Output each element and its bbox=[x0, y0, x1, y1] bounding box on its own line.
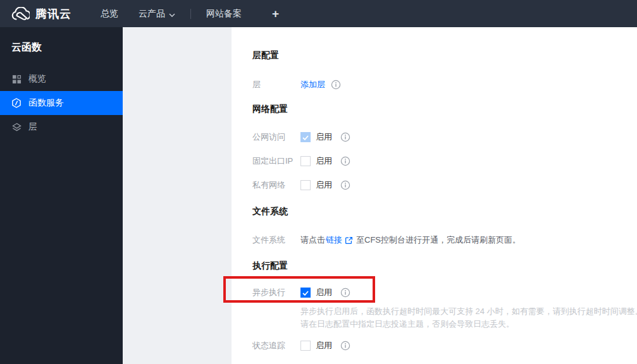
cloud-logo-icon bbox=[11, 7, 30, 21]
layer-label: 层 bbox=[252, 79, 300, 90]
desc-line-1: 异步执行启用后，函数执行超时时间最大可支持 24 小时，如有需要，请到执行超时时… bbox=[300, 305, 637, 318]
fixed-ip-label: 固定出口IP bbox=[252, 155, 300, 167]
brand-name: 腾讯云 bbox=[35, 6, 71, 21]
sidebar-item-label: 函数服务 bbox=[28, 97, 64, 109]
nav-item-cloud-products[interactable]: 云产品 bbox=[132, 0, 182, 27]
info-icon[interactable] bbox=[340, 156, 350, 166]
async-execution-row: 异步执行 启用 bbox=[252, 286, 637, 299]
sidebar-item-label: 概览 bbox=[28, 73, 46, 85]
file-system-row: 文件系统 请点击 链接 至CFS控制台进行开通，完成后请刷新页面。 bbox=[252, 234, 637, 246]
sidebar-item-function-service[interactable]: 函数服务 bbox=[0, 91, 123, 115]
status-tracking-checkbox[interactable] bbox=[300, 341, 311, 351]
private-network-checkbox[interactable] bbox=[300, 180, 311, 190]
status-tracking-row: 状态追踪 启用 bbox=[252, 339, 637, 352]
tencent-cloud-logo[interactable]: 腾讯云 bbox=[0, 6, 71, 21]
info-icon[interactable] bbox=[340, 341, 350, 351]
async-execution-checkbox[interactable] bbox=[300, 288, 311, 298]
info-icon[interactable] bbox=[340, 288, 350, 298]
layer-row: 层 添加层 bbox=[252, 78, 637, 91]
top-navbar: 腾讯云 总览 云产品 网站备案 + bbox=[0, 0, 637, 27]
nav-menu: 总览 云产品 网站备案 + bbox=[94, 0, 287, 27]
section-title-file-system: 文件系统 bbox=[252, 205, 637, 217]
enable-label: 启用 bbox=[316, 155, 332, 167]
settings-form: 层配置 层 添加层 网络配置 公网访问 启用 固定出口IP 启用 私有网络 启用 bbox=[232, 27, 637, 364]
file-system-label: 文件系统 bbox=[252, 234, 300, 246]
add-tab-button[interactable]: + bbox=[264, 7, 287, 21]
cfs-link[interactable]: 链接 bbox=[326, 234, 342, 246]
file-system-hint: 请点击 链接 至CFS控制台进行开通，完成后请刷新页面。 bbox=[300, 234, 521, 246]
public-access-row: 公网访问 启用 bbox=[252, 131, 637, 143]
public-access-label: 公网访问 bbox=[252, 131, 300, 143]
status-tracking-label: 状态追踪 bbox=[252, 340, 300, 351]
async-execution-label: 异步执行 bbox=[252, 287, 300, 298]
info-icon[interactable] bbox=[340, 132, 350, 142]
nav-item-website-filing[interactable]: 网站备案 bbox=[200, 0, 248, 27]
nav-divider bbox=[190, 9, 191, 19]
check-icon bbox=[302, 288, 309, 298]
external-link-icon[interactable] bbox=[345, 236, 353, 245]
fixed-ip-row: 固定出口IP 启用 bbox=[252, 155, 637, 167]
section-title-network-config: 网络配置 bbox=[252, 103, 637, 114]
function-hexagon-icon bbox=[11, 98, 22, 108]
section-title-execution-config: 执行配置 bbox=[252, 260, 637, 271]
grid-icon bbox=[11, 74, 22, 84]
sidebar: 云函数 概览 函数服务 bbox=[0, 27, 123, 364]
sidebar-item-label: 层 bbox=[28, 121, 37, 133]
check-icon bbox=[302, 133, 309, 142]
sidebar-item-layers[interactable]: 层 bbox=[0, 115, 123, 139]
sidebar-menu: 概览 函数服务 层 bbox=[0, 67, 123, 139]
sidebar-title: 云函数 bbox=[0, 27, 123, 54]
secondary-panel bbox=[123, 27, 232, 364]
chevron-down-icon bbox=[169, 9, 175, 19]
public-access-checkbox bbox=[300, 132, 311, 142]
add-layer-link[interactable]: 添加层 bbox=[300, 79, 325, 90]
layers-icon bbox=[11, 122, 22, 132]
enable-label: 启用 bbox=[316, 340, 332, 351]
enable-label: 启用 bbox=[316, 131, 332, 143]
async-execution-description: 异步执行启用后，函数执行超时时间最大可支持 24 小时，如有需要，请到执行超时时… bbox=[300, 305, 637, 331]
desc-line-2: 请在日志配置中指定日志投递主题，否则会导致日志丢失。 bbox=[300, 318, 637, 331]
section-title-layer-config: 层配置 bbox=[252, 49, 637, 61]
enable-label: 启用 bbox=[316, 179, 332, 191]
info-icon[interactable] bbox=[340, 180, 350, 190]
info-icon[interactable] bbox=[331, 80, 341, 90]
enable-label: 启用 bbox=[316, 287, 332, 298]
sidebar-item-overview[interactable]: 概览 bbox=[0, 67, 123, 91]
fixed-ip-checkbox[interactable] bbox=[300, 156, 311, 166]
private-network-row: 私有网络 启用 bbox=[252, 179, 637, 191]
nav-item-overview[interactable]: 总览 bbox=[94, 0, 125, 27]
private-network-label: 私有网络 bbox=[252, 179, 300, 191]
